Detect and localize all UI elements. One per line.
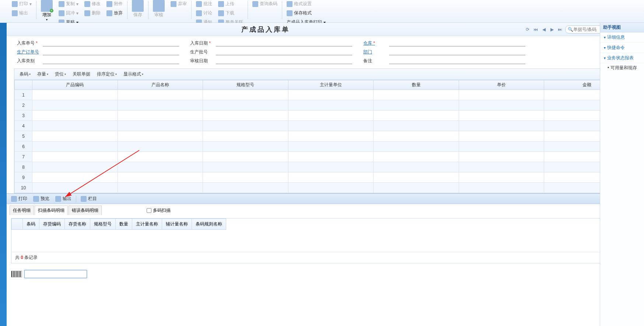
grid-col-header[interactable]: 产品编码 [32,80,118,90]
upload-button[interactable]: 上传 [217,0,245,8]
bp-export-button[interactable]: 输出 [54,196,73,202]
main-grid[interactable]: 产品编码产品名称规格型号主计量单位数量单价金额 12345678910 [14,80,630,193]
discuss-button[interactable]: 讨论 [195,9,214,17]
grid-cell[interactable] [203,131,288,141]
grid-cell[interactable] [288,141,374,152]
table-row[interactable]: 8 [15,162,630,172]
grid-cell[interactable] [374,141,459,152]
grid-col-header[interactable]: 单价 [459,80,544,90]
grid-cell[interactable] [32,141,118,152]
grid-cell[interactable] [203,141,288,152]
grid-cell[interactable] [459,131,544,141]
bp-preview-button[interactable]: 预览 [32,196,51,202]
grid-cell[interactable] [288,152,374,162]
grid-col-header[interactable]: 规格型号 [203,80,288,90]
grid-cell[interactable] [459,100,544,111]
subgrid-col-header[interactable]: 主计量名称 [132,219,162,230]
input-doc-date[interactable] [216,40,352,46]
bp-print-button[interactable]: 打印 [10,196,29,202]
grid-col-header[interactable]: 主计量单位 [288,80,374,90]
grid-cell[interactable] [203,162,288,172]
tb-stock[interactable]: 存量▾ [35,70,50,78]
grid-cell[interactable] [459,121,544,131]
undo-button[interactable]: 回冲▾ [57,9,80,17]
format-set-button[interactable]: 格式设置 [285,0,327,8]
nav-next-button[interactable]: ▶ [549,27,555,32]
refresh-button[interactable]: ⟳ [525,27,531,32]
tb-sort[interactable]: 排序定位▾ [95,70,119,78]
input-dept[interactable] [389,49,525,55]
grid-cell[interactable] [374,100,459,111]
tb-display[interactable]: 显示格式▾ [121,70,146,78]
label-warehouse[interactable]: 仓库 [363,40,389,46]
grid-cell[interactable] [118,131,203,141]
subgrid-col-header[interactable]: 存货编码 [39,219,65,230]
delete-button[interactable]: 删除 [83,9,102,17]
grid-cell[interactable] [118,172,203,183]
nav-first-button[interactable]: ⏮ [533,27,539,32]
grid-col-header[interactable]: 数量 [374,80,459,90]
grid-cell[interactable] [32,100,118,111]
table-row[interactable]: 5 [15,131,630,141]
multi-scan-checkbox[interactable] [147,208,151,213]
grid-cell[interactable] [32,111,118,121]
save-format-button[interactable]: 保存格式 [285,9,327,17]
grid-col-header[interactable]: 产品名称 [118,80,203,90]
add-button[interactable]: 增加▾ [38,0,56,21]
subgrid-col-header[interactable]: 辅计量名称 [162,219,192,230]
subgrid-col-header[interactable]: 存货名称 [65,219,90,230]
grid-cell[interactable] [374,152,459,162]
subgrid-col-header[interactable]: 条码 [23,219,39,230]
grid-cell[interactable] [288,172,374,183]
subgrid-col-header[interactable]: 规格型号 [90,219,116,230]
grid-cell[interactable] [118,162,203,172]
grid-cell[interactable] [32,152,118,162]
print-button[interactable]: 打印▾ [10,0,33,8]
table-row[interactable]: 6 [15,141,630,152]
grid-cell[interactable] [118,141,203,152]
grid-cell[interactable] [288,121,374,131]
rp-bullet-stock[interactable]: 可用量和现存 [600,63,644,73]
subgrid-col-header[interactable]: 条码规则名称 [192,219,226,230]
grid-cell[interactable] [118,90,203,100]
grid-cell[interactable] [288,90,374,100]
sub-grid[interactable]: 条码存货编码存货名称规格型号数量主计量名称辅计量名称条码规则名称 [11,218,226,230]
grid-cell[interactable] [203,90,288,100]
grid-cell[interactable] [459,152,544,162]
label-prod-order[interactable]: 生产订单号 [17,49,43,55]
input-type[interactable] [43,57,179,64]
release-button[interactable]: 放弃 [105,9,124,17]
table-row[interactable]: 3 [15,111,630,121]
grid-cell[interactable] [118,100,203,111]
nav-prev-button[interactable]: ◀ [541,27,547,32]
save-button[interactable]: 保存 [129,0,147,18]
nav-last-button[interactable]: ⏭ [557,27,563,32]
grid-cell[interactable] [32,172,118,183]
query-barcode-button[interactable]: 查询条码 [251,0,279,8]
grid-cell[interactable] [203,172,288,183]
barcode-input[interactable] [24,270,87,278]
grid-cell[interactable] [32,131,118,141]
input-audit-date[interactable] [216,57,352,64]
grid-cell[interactable] [32,90,118,100]
table-row[interactable]: 4 [15,121,630,131]
tb-related[interactable]: 关联单据 [70,70,92,78]
grid-cell[interactable] [374,172,459,183]
attach-button[interactable]: 附件 [105,0,124,8]
grid-cell[interactable] [374,111,459,121]
grid-cell[interactable] [203,111,288,121]
tab-scan-barcode[interactable]: 扫描条码明细 [35,206,68,215]
table-row[interactable]: 7 [15,152,630,162]
input-batch[interactable] [216,49,352,55]
download-button[interactable]: 下载 [217,9,245,17]
bp-columns-button[interactable]: 栏目 [79,196,98,202]
grid-cell[interactable] [288,131,374,141]
grid-cell[interactable] [459,183,544,193]
label-dept[interactable]: 部门 [363,49,389,55]
grid-cell[interactable] [374,131,459,141]
copy-button[interactable]: 复制▾ [57,0,80,8]
tb-barcode[interactable]: 条码▾ [17,70,33,78]
approve-button[interactable]: 批注 [195,0,214,8]
table-row[interactable]: 1 [15,90,630,100]
grid-cell[interactable] [374,90,459,100]
